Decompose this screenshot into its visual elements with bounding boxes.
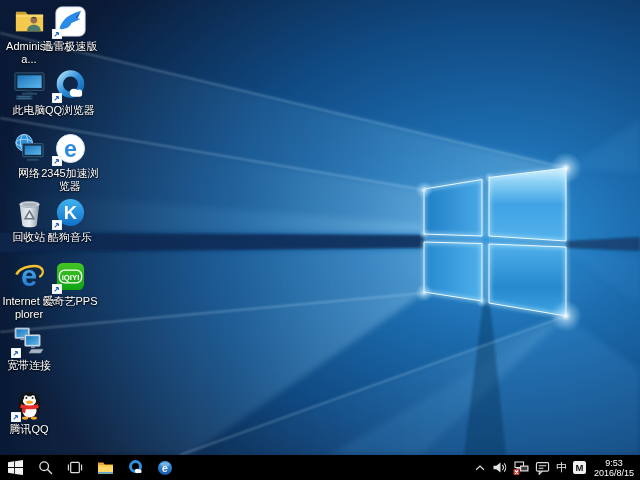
start-button[interactable] [0, 455, 30, 480]
qq-browser-taskbar-button[interactable] [120, 455, 150, 480]
desktop-icon-iqiyi-pps[interactable]: iQIYI 爱奇艺PPS [41, 260, 99, 308]
svg-text:iQIYI: iQIYI [61, 273, 79, 282]
shortcut-arrow-icon [11, 348, 21, 358]
shortcut-arrow-icon [11, 412, 21, 422]
tray-volume-button[interactable] [490, 455, 509, 480]
task-view-icon [67, 460, 83, 475]
search-icon [38, 460, 53, 475]
search-button[interactable] [30, 455, 60, 480]
chevron-up-icon [474, 462, 486, 474]
tray-ime-badge-button[interactable]: M [571, 455, 588, 480]
qq-browser-icon [127, 459, 144, 476]
file-explorer-icon [97, 460, 114, 475]
desktop-icon-label: 网络 [18, 167, 40, 180]
taskbar: e [0, 455, 640, 480]
2345-browser-icon: e [157, 460, 173, 476]
windows-logo-icon [8, 460, 23, 475]
file-explorer-button[interactable] [90, 455, 120, 480]
tray-message-button[interactable] [533, 455, 552, 480]
desktop-icon-qq-browser[interactable]: QQ浏览器 [41, 69, 99, 117]
shortcut-arrow-icon [52, 29, 62, 39]
network-disconnected-icon [513, 461, 529, 475]
desktop-icon-label: 宽带连接 [7, 359, 51, 372]
2345-browser-taskbar-button[interactable]: e [150, 455, 180, 480]
desktop-icon-label: 酷狗音乐 [48, 231, 92, 244]
shortcut-arrow-icon [52, 93, 62, 103]
tray-network-button[interactable] [511, 455, 531, 480]
message-icon [535, 461, 550, 475]
desktop-icon-2345-browser[interactable]: e 2345加速浏览器 [41, 132, 99, 193]
desktop-icon-thunder-speed[interactable]: 迅雷极速版 [41, 5, 99, 53]
ime-m-badge: M [573, 461, 586, 474]
task-view-button[interactable] [60, 455, 90, 480]
desktop-icon-label: 腾讯QQ [9, 423, 48, 436]
shortcut-arrow-icon [52, 220, 62, 230]
system-tray: 中 M 9:53 2016/8/15 [472, 455, 640, 480]
volume-icon [492, 461, 507, 474]
desktop-icon-tencent-qq[interactable]: 腾讯QQ [0, 388, 58, 436]
svg-text:K: K [63, 202, 77, 223]
desktop[interactable]: Administra... 迅雷极速版 此电脑 [0, 0, 640, 480]
desktop-icon-broadband-connection[interactable]: 宽带连接 [0, 324, 58, 372]
taskbar-clock[interactable]: 9:53 2016/8/15 [590, 458, 638, 478]
desktop-icon-label: 迅雷极速版 [43, 40, 98, 53]
clock-time: 9:53 [594, 458, 634, 468]
clock-date: 2016/8/15 [594, 468, 634, 478]
desktop-icon-label: 2345加速浏览器 [41, 167, 99, 193]
tray-ime-mode-button[interactable]: 中 [554, 455, 569, 480]
tray-chevron-up-button[interactable] [472, 455, 488, 480]
svg-text:e: e [64, 136, 77, 162]
desktop-icon-label: QQ浏览器 [45, 104, 95, 117]
svg-text:e: e [162, 461, 168, 473]
ime-chinese-indicator: 中 [556, 462, 567, 473]
desktop-icon-kugou-music[interactable]: K 酷狗音乐 [41, 196, 99, 244]
shortcut-arrow-icon [52, 156, 62, 166]
desktop-icon-label: 爱奇艺PPS [42, 295, 97, 308]
shortcut-arrow-icon [52, 284, 62, 294]
